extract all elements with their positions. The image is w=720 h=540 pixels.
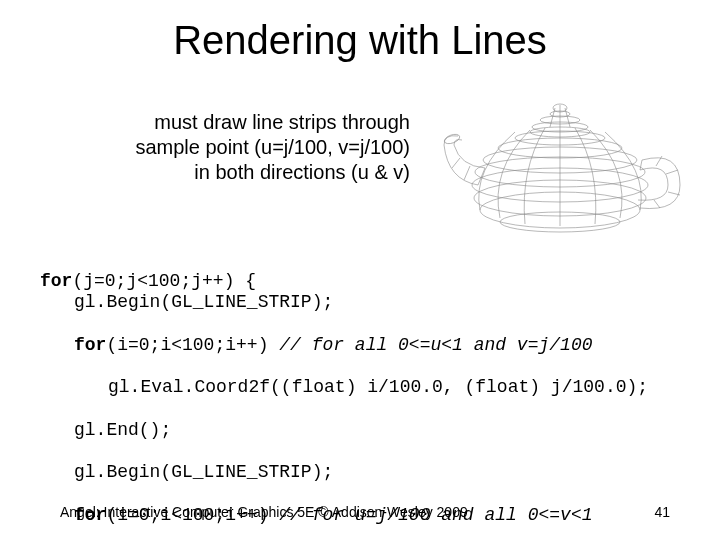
svg-line-17 (464, 166, 470, 180)
svg-line-18 (452, 158, 460, 168)
desc-line-2: sample point (u=j/100, v=j/100) (60, 135, 410, 160)
svg-line-22 (668, 192, 680, 195)
svg-line-23 (654, 200, 660, 208)
code-text: (j=0;j<100;j++) { (72, 271, 256, 291)
code-kw: for (74, 335, 106, 355)
svg-line-12 (550, 108, 555, 127)
code-block: for(j=0;j<100;j++) { gl.Begin(GL_LINE_ST… (40, 250, 690, 540)
svg-line-13 (565, 108, 570, 127)
code-line: gl.Begin(GL_LINE_STRIP); (74, 292, 690, 313)
code-line: gl.Begin(GL_LINE_STRIP); (74, 462, 690, 483)
code-line: gl.End(); (74, 420, 690, 441)
svg-line-21 (666, 170, 678, 174)
code-line: gl.Eval.Coord2f((float) i/100.0, (float)… (108, 377, 690, 398)
code-comment: // for all 0<=u<1 and v=j/100 (279, 335, 592, 355)
svg-line-19 (640, 160, 642, 170)
footer-citation: Angel: Interactive Computer Graphics 5E … (60, 504, 468, 520)
page-number: 41 (654, 504, 670, 520)
slide-title: Rendering with Lines (0, 18, 720, 63)
code-kw: for (40, 271, 72, 291)
description-block: must draw line strips through sample poi… (60, 110, 410, 185)
desc-line-3: in both directions (u & v) (60, 160, 410, 185)
desc-line-1: must draw line strips through (60, 110, 410, 135)
code-text: (i=0;i<100;i++) (106, 335, 279, 355)
teapot-wireframe-image (430, 90, 690, 240)
